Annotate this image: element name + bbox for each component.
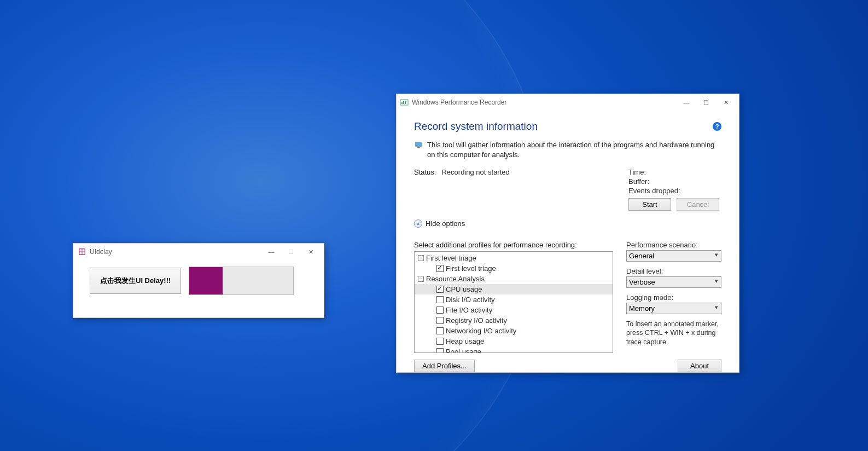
trigger-delay-button[interactable]: 点击我发生UI Delay!!!	[90, 268, 181, 294]
profile-checkbox[interactable]	[436, 327, 444, 334]
maximize-button[interactable]: ☐	[696, 96, 716, 108]
progress-bar	[189, 267, 294, 295]
profile-checkbox[interactable]	[436, 317, 444, 324]
tree-item[interactable]: Networking I/O activity	[415, 326, 613, 336]
wpr-titlebar[interactable]: Windows Performance Recorder — ☐ ✕	[397, 94, 739, 111]
wpr-description: This tool will gather information about …	[427, 140, 721, 159]
detail-level-select[interactable]: Verbose	[626, 276, 721, 288]
svg-rect-6	[405, 101, 406, 104]
uidelay-app-icon	[78, 247, 86, 256]
svg-rect-8	[417, 147, 420, 148]
wpr-heading: Record system information	[414, 120, 538, 132]
detail-level-label: Detail level:	[626, 267, 721, 275]
uidelay-window: UIdelay — ☐ ✕ 点击我发生UI Delay!!!	[73, 243, 324, 318]
perf-scenario-select[interactable]: General	[626, 250, 721, 262]
svg-rect-5	[403, 101, 404, 104]
tree-item[interactable]: CPU usage	[415, 284, 613, 294]
tree-group[interactable]: − First level triage	[415, 253, 613, 263]
logging-mode-label: Logging mode:	[626, 293, 721, 302]
tree-item[interactable]: Disk I/O activity	[415, 294, 613, 305]
about-button[interactable]: About	[678, 360, 721, 372]
profile-checkbox[interactable]	[436, 265, 444, 272]
uidelay-titlebar[interactable]: UIdelay — ☐ ✕	[73, 244, 324, 260]
tree-item[interactable]: Heap usage	[415, 336, 613, 346]
tree-item[interactable]: File I/O activity	[415, 305, 613, 315]
svg-rect-4	[401, 102, 403, 104]
wpr-window: Windows Performance Recorder — ☐ ✕ Recor…	[396, 94, 739, 373]
time-label: Time:	[628, 168, 721, 176]
status-label: Status:	[414, 168, 436, 176]
profile-checkbox[interactable]	[436, 348, 444, 353]
hide-options-label: Hide options	[426, 219, 465, 228]
chevron-up-icon: ▲	[414, 219, 422, 228]
profile-checkbox[interactable]	[436, 307, 444, 314]
profiles-tree[interactable]: − First level triage First level triage …	[414, 251, 613, 353]
collapse-icon[interactable]: −	[418, 255, 424, 261]
profile-checkbox[interactable]	[436, 286, 444, 293]
collapse-icon[interactable]: −	[418, 276, 424, 282]
wpr-title: Windows Performance Recorder	[412, 99, 506, 106]
tree-item[interactable]: Registry I/O activity	[415, 315, 613, 326]
maximize-button: ☐	[281, 246, 301, 258]
add-profiles-button[interactable]: Add Profiles...	[414, 360, 475, 372]
marker-note: To insert an annotated marker, press CTR…	[626, 320, 721, 346]
close-button[interactable]: ✕	[301, 246, 321, 258]
profile-checkbox[interactable]	[436, 296, 444, 303]
svg-rect-7	[415, 142, 422, 147]
buffer-label: Buffer:	[628, 177, 721, 186]
minimize-button[interactable]: —	[677, 96, 696, 108]
minimize-button[interactable]: —	[261, 246, 281, 258]
info-icon	[414, 140, 423, 149]
progress-fill	[189, 267, 223, 294]
help-icon[interactable]: ?	[713, 122, 721, 131]
status-value: Recording not started	[441, 168, 509, 176]
tree-item[interactable]: Pool usage	[415, 346, 613, 353]
perf-scenario-label: Performance scenario:	[626, 241, 721, 249]
profiles-label: Select additional profiles for performan…	[414, 241, 613, 249]
uidelay-title: UIdelay	[90, 248, 112, 256]
events-dropped-label: Events dropped:	[628, 187, 721, 195]
close-button[interactable]: ✕	[716, 96, 736, 108]
hide-options-toggle[interactable]: ▲ Hide options	[414, 219, 721, 228]
logging-mode-select[interactable]: Memory	[626, 303, 721, 314]
wpr-app-icon	[400, 98, 409, 107]
cancel-button: Cancel	[677, 198, 719, 211]
start-button[interactable]: Start	[628, 198, 671, 211]
profile-checkbox[interactable]	[436, 338, 444, 345]
tree-group[interactable]: − Resource Analysis	[415, 274, 613, 284]
tree-item[interactable]: First level triage	[415, 263, 613, 274]
